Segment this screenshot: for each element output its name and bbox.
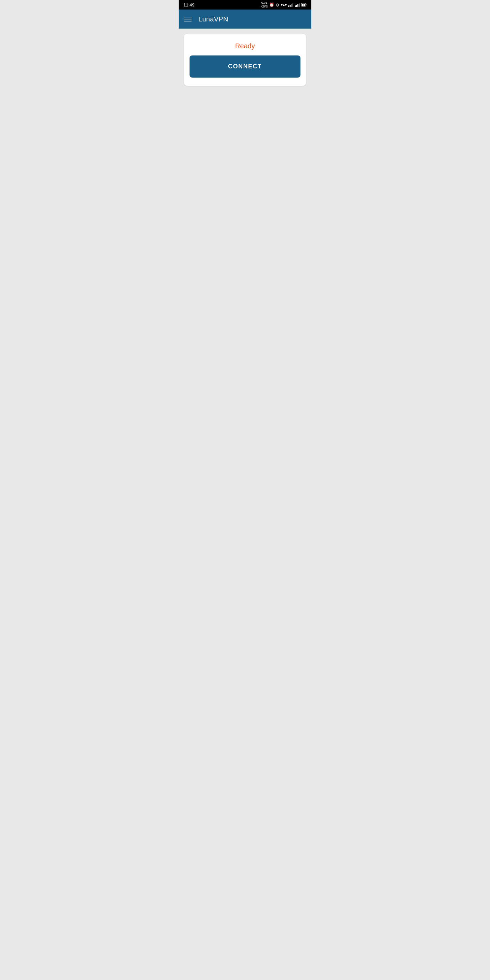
app-bar: LunaVPN — [179, 10, 311, 29]
wifi-icon: ▾▴▾ — [281, 2, 287, 7]
vpn-status-label: Ready — [235, 42, 255, 50]
connect-button[interactable]: CONNECT — [189, 56, 301, 78]
network-speed: 0.01 KB/S — [261, 1, 268, 8]
signal-bars-2 — [295, 3, 300, 7]
status-bar: 11:49 0.01 KB/S ⏰ ⊖ ▾▴▾ — [179, 0, 311, 10]
status-icons: 0.01 KB/S ⏰ ⊖ ▾▴▾ — [261, 1, 307, 8]
alarm-icon: ⏰ — [269, 2, 274, 7]
svg-rect-2 — [306, 4, 307, 5]
hamburger-menu-icon[interactable] — [184, 17, 192, 21]
battery-icon — [301, 3, 307, 6]
status-time: 11:49 — [183, 2, 195, 8]
main-content: Ready CONNECT — [179, 29, 311, 266]
vpn-card: Ready CONNECT — [184, 34, 306, 86]
signal-bars — [288, 3, 293, 7]
app-title: LunaVPN — [198, 15, 228, 23]
do-not-disturb-icon: ⊖ — [275, 2, 279, 8]
